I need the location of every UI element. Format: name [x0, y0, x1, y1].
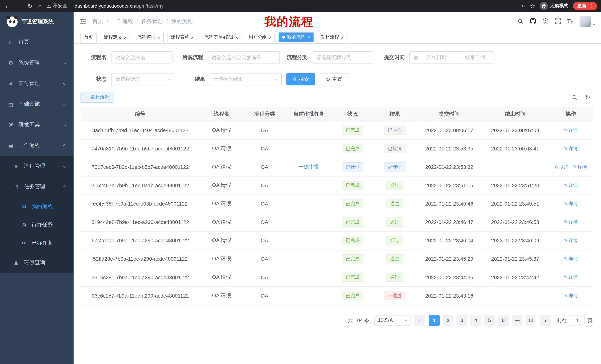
breadcrumb-item[interactable]: / 我的流程 — [163, 18, 193, 25]
page-number-button[interactable]: 4 — [470, 315, 481, 326]
sidebar-item-process-mgmt[interactable]: ≡ 流程管理 — [0, 156, 74, 176]
browser-update-button[interactable]: 更新 ⋮ — [573, 2, 597, 10]
sidebar-item-done-tasks[interactable]: ✂ 已办任务 — [0, 234, 74, 252]
detail-link[interactable]: ✎详情 — [564, 127, 578, 133]
page-number-button[interactable]: ••• — [512, 315, 522, 326]
browser-forward-icon[interactable]: → — [16, 3, 22, 9]
detail-link[interactable]: ✎详情 — [564, 292, 578, 299]
tab-close-icon[interactable]: × — [158, 35, 160, 40]
cell-process-id: 52ffd28e-7b9a-11ec-a290-acde48001122 — [80, 250, 200, 268]
tags-view-bar: 首页 × 流程定义 × 流程模型 × — [74, 31, 601, 44]
sidebar-item-task-mgmt[interactable]: ⚐ 任务管理 — [0, 176, 74, 197]
tab-close-icon[interactable]: × — [269, 35, 271, 40]
next-page-button[interactable]: › — [540, 315, 551, 326]
prev-page-button[interactable]: ‹ — [414, 315, 425, 326]
chevron-down-icon — [63, 82, 67, 85]
create-process-button[interactable]: + 发起流程 — [80, 92, 114, 103]
process-name-input[interactable] — [111, 51, 172, 64]
view-tab[interactable]: 流程定义 × — [100, 33, 130, 42]
sidebar-item-workflow[interactable]: ▣ 工作流程 — [0, 135, 74, 156]
chevron-down-icon — [63, 103, 67, 106]
page-number-button[interactable]: 3 — [457, 315, 467, 326]
password-key-icon[interactable] — [520, 3, 525, 9]
sidebar-item-system[interactable]: ⚙ 系统管理 — [0, 52, 74, 73]
view-tab[interactable]: 流程模型 × — [134, 33, 164, 42]
view-tab[interactable]: 用户分组 × — [245, 33, 275, 42]
sidebar-item-infra[interactable]: ▤ 基础设施 — [0, 94, 74, 115]
detail-link[interactable]: ✎详情 — [564, 145, 578, 152]
page-number-button[interactable]: 1 — [429, 315, 440, 326]
submit-time-range[interactable]: ▦ 开始日期 - 结束日期 — [409, 51, 494, 64]
page-size-select[interactable]: 10条/页 — [374, 315, 411, 326]
sidebar-item-devtools[interactable]: ⚒ 研发工具 — [0, 115, 74, 135]
sidebar-item-todo-tasks[interactable]: ◎ 待办任务 — [0, 216, 74, 234]
detail-link[interactable]: ✎详情 — [564, 237, 578, 244]
tab-close-icon[interactable]: × — [341, 35, 343, 40]
cell-process-name: OA 请假 — [200, 287, 243, 305]
search-icon[interactable] — [517, 18, 523, 24]
table-row: 03c6c157-7b9a-11ec-a290-acde48001122 OA … — [80, 287, 593, 305]
detail-link[interactable]: ✎详情 — [564, 219, 578, 225]
cell-process-name: OA 请假 — [200, 250, 243, 268]
detail-link[interactable]: ✎详情 — [573, 164, 587, 170]
cell-submit-time: 2022-01-22 23:51:15 — [416, 176, 482, 194]
browser-home-icon[interactable]: ⌂ — [38, 3, 42, 9]
view-tab[interactable]: 发起流程 × — [317, 33, 347, 42]
search-button[interactable]: 搜索 — [286, 73, 315, 85]
user-menu[interactable] — [580, 16, 596, 27]
current-task-link[interactable]: 一级审批 — [299, 164, 319, 170]
page-number-button[interactable]: 5 — [484, 315, 495, 326]
browser-menu-icon[interactable]: ⋮ — [589, 3, 594, 9]
cell-process-id: 3ad174fb-7b9d-11ec-8404-acde48001122 — [80, 121, 200, 139]
view-tab[interactable]: 首页 × — [80, 33, 97, 42]
view-tab[interactable]: 流程表单-编辑 × — [201, 33, 241, 42]
edit-pen-icon: ✎ — [564, 256, 568, 262]
detail-link[interactable]: ✎详情 — [564, 256, 578, 262]
toggle-search-icon[interactable] — [572, 95, 577, 100]
cell-end-time — [482, 158, 548, 176]
cell-category: OA — [243, 250, 286, 268]
breadcrumb-item[interactable]: / 首页 — [92, 18, 103, 25]
page-number-button[interactable]: 6 — [498, 315, 509, 326]
detail-link[interactable]: ✎详情 — [564, 274, 578, 280]
sidebar-item-my-process[interactable]: ✉ 我的流程 — [0, 197, 74, 216]
fullscreen-icon[interactable] — [555, 18, 561, 24]
sidebar-toggle-icon[interactable] — [80, 18, 86, 24]
view-tab[interactable]: 流程表单 × — [167, 33, 197, 42]
sidebar-item-payment[interactable]: ¥ 支付管理 — [0, 73, 74, 94]
refresh-table-icon[interactable]: ↻ — [585, 94, 591, 101]
status-select[interactable]: 请选择状态 — [111, 73, 175, 85]
help-icon[interactable]: ? — [543, 18, 549, 24]
sidebar-item-home[interactable]: ⌂ 首页 — [0, 32, 74, 52]
result-select[interactable]: 请选择流结果 — [209, 73, 282, 85]
github-icon[interactable] — [530, 18, 536, 25]
page-number-button[interactable]: 11 — [525, 315, 536, 326]
detail-link[interactable]: ✎详情 — [564, 200, 578, 207]
breadcrumb-item[interactable]: / 工作流程 — [103, 18, 133, 25]
address-bar[interactable]: ⚠ 不安全 dashboard.yudao.iocoder.cn/bpm/tas… — [47, 3, 520, 9]
browser-back-icon[interactable]: ← — [5, 3, 10, 9]
detail-link[interactable]: ✎详情 — [564, 182, 578, 189]
page-number-button[interactable]: 2 — [443, 315, 453, 326]
bookmark-star-icon[interactable]: ☆ — [530, 3, 535, 9]
plus-icon: + — [85, 95, 88, 100]
tab-close-icon[interactable]: × — [191, 35, 194, 40]
reset-button[interactable]: ↻ 重置 — [320, 73, 348, 85]
app-logo[interactable]: 芋道管理系统 — [0, 12, 74, 32]
process-definition-input[interactable] — [207, 51, 280, 64]
goto-page-input[interactable] — [570, 315, 585, 326]
cancel-link[interactable]: ⊘取消 — [555, 164, 568, 170]
sidebar-item-leave-query[interactable]: ♟ 请假查询 — [0, 252, 74, 273]
column-header: 结束时间 — [482, 107, 548, 121]
view-tab[interactable]: 我的流程 × — [279, 32, 313, 42]
font-size-icon[interactable]: TT — [567, 18, 573, 25]
tab-close-icon[interactable]: × — [124, 35, 127, 40]
breadcrumb-separator: / — [107, 18, 108, 24]
tab-close-icon[interactable]: × — [235, 35, 238, 40]
browser-reload-icon[interactable]: ↻ — [28, 3, 32, 9]
cell-status: 已完成 — [332, 250, 373, 268]
breadcrumb-item[interactable]: / 任务管理 — [133, 18, 163, 25]
result-badge: 通过 — [386, 273, 403, 282]
tab-close-icon[interactable]: × — [307, 35, 310, 39]
category-select[interactable]: 请选择流程分类 — [312, 51, 373, 64]
